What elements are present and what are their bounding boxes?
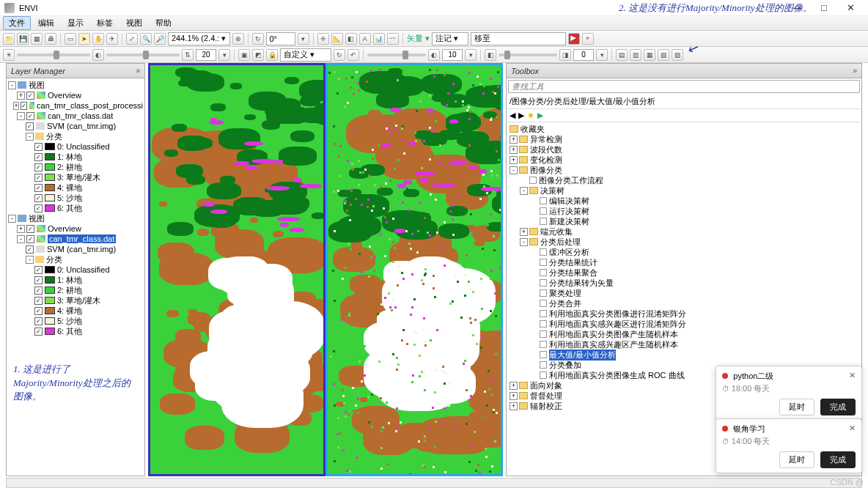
expand-icon[interactable]: +	[520, 228, 528, 236]
toolbox-item[interactable]: 决策树	[540, 185, 564, 196]
toolbox-collapse-icon[interactable]: »	[853, 67, 857, 75]
close-button[interactable]: ✕	[837, 2, 864, 13]
goto-target-icon[interactable]: ⌖	[582, 33, 594, 45]
toolbox-item[interactable]: 督督处理	[530, 391, 562, 402]
tree-label[interactable]: 分类	[46, 131, 62, 142]
view-grid3-icon[interactable]: ▦	[644, 49, 655, 61]
zoom-combo[interactable]: 244.1% (2.4.: ▾	[168, 32, 230, 45]
expand-icon[interactable]: +	[510, 136, 518, 144]
menu-display[interactable]: 显示	[62, 16, 89, 30]
expand-icon[interactable]: -	[8, 215, 16, 223]
expand-icon[interactable]: -	[17, 235, 25, 243]
toolbox-item[interactable]: 分类合并	[549, 298, 581, 309]
contrast-slider[interactable]	[106, 53, 180, 56]
toolbox-item[interactable]: 面向对象	[530, 380, 562, 391]
run-icon[interactable]: ▶	[537, 111, 543, 120]
checkbox[interactable]: ✓	[34, 276, 43, 284]
tree-label[interactable]: 2: 耕地	[57, 162, 82, 173]
expand-icon[interactable]: +	[510, 156, 518, 164]
trans-step-icon[interactable]: ▾	[465, 49, 477, 61]
toolbox-item[interactable]: 聚类处理	[549, 288, 581, 299]
toolbox-item[interactable]: 缓冲区分析	[549, 247, 589, 258]
tree-label[interactable]: 5: 沙地	[57, 193, 82, 204]
toolbox-search-input[interactable]	[508, 80, 860, 93]
vector-dropdown[interactable]: 矢量 ▾	[407, 33, 430, 44]
view-grid4-icon[interactable]: ▧	[658, 49, 669, 61]
expand-icon[interactable]: -	[8, 81, 16, 89]
toolbox-item[interactable]: 收藏夹	[521, 124, 545, 135]
undo-icon[interactable]: ↶	[347, 49, 359, 61]
brightness-slider[interactable]	[17, 53, 90, 56]
expand-icon[interactable]: -	[17, 112, 25, 120]
toolbox-item[interactable]: 利用地面真实分类图像生成 ROC 曲线	[549, 370, 685, 381]
toolbox-item[interactable]: 分类结果转为矢量	[549, 278, 614, 289]
horizontal-scrollbar[interactable]	[6, 478, 862, 488]
checkbox[interactable]: ✓	[34, 194, 43, 202]
reminder-close-button[interactable]: ✕	[849, 424, 856, 433]
rotation-input[interactable]: 0°	[266, 32, 295, 45]
menu-file[interactable]: 文件	[3, 16, 31, 30]
goto-dropdown[interactable]: 移至	[471, 32, 566, 45]
tree-label[interactable]: 2: 耕地	[57, 285, 82, 296]
tree-label[interactable]: 4: 裸地	[57, 182, 82, 193]
toolbox-item[interactable]: 异常检测	[530, 134, 562, 145]
toolbox-item[interactable]: 利用地面真实感兴趣区进行混淆矩阵分	[549, 319, 686, 330]
roi-icon[interactable]: ◧	[345, 33, 357, 45]
toolbox-item[interactable]: 分类叠加	[549, 360, 581, 371]
checkbox[interactable]: ✓	[34, 266, 43, 274]
view-grid5-icon[interactable]: ▨	[672, 49, 683, 61]
checkbox[interactable]: ✓	[34, 307, 43, 315]
tool-fly-icon[interactable]: ✈	[106, 33, 118, 45]
menu-view[interactable]: 视图	[120, 16, 148, 30]
tool-rot-step-icon[interactable]: ▾	[298, 33, 309, 45]
expand-icon[interactable]: +	[510, 146, 518, 154]
expand-icon[interactable]: +	[17, 92, 25, 100]
checkbox[interactable]: ✓	[26, 112, 34, 120]
menu-help[interactable]: 帮助	[150, 16, 177, 30]
custom-dropdown[interactable]: 自定义 ▾	[280, 48, 331, 62]
tree-label[interactable]: 视图	[29, 213, 45, 224]
toolbox-item[interactable]: 波段代数	[530, 144, 562, 155]
menu-label[interactable]: 标签	[91, 16, 119, 30]
panel-collapse-icon[interactable]: »	[136, 67, 140, 75]
expand-icon[interactable]: +	[17, 225, 25, 233]
transparency-slider[interactable]	[367, 53, 426, 56]
sharpen2-icon[interactable]: ◩	[252, 49, 264, 61]
view-grid2-icon[interactable]: ▥	[630, 49, 641, 61]
tree-label[interactable]: SVM (can_tmr.img)	[47, 122, 116, 130]
checkbox[interactable]: ✓	[21, 102, 27, 110]
expand-icon[interactable]: +	[510, 402, 518, 410]
tool-arrow-icon[interactable]: ➤	[78, 33, 90, 45]
nav-back-icon[interactable]: ◀	[510, 111, 515, 120]
swipe-slider[interactable]	[499, 53, 557, 56]
checkbox[interactable]: ✓	[34, 143, 43, 151]
toolbox-item[interactable]: 运行决策树	[549, 206, 589, 217]
expand-icon[interactable]: -	[26, 133, 34, 141]
checkbox[interactable]: ✓	[26, 92, 34, 100]
delay-button[interactable]: 延时	[779, 399, 814, 415]
crosshair-icon[interactable]: ✛	[317, 33, 329, 45]
tree-label[interactable]: Overview	[48, 224, 81, 233]
tool-rotate-icon[interactable]: ↻	[252, 33, 264, 45]
tree-label[interactable]: SVM (can_tmr.img)	[47, 245, 116, 254]
sharpen-icon[interactable]: ▣	[238, 49, 250, 61]
goto-go-icon[interactable]: ⯈	[568, 33, 580, 45]
toolbox-item[interactable]: 新建决策树	[549, 216, 589, 227]
swipe-step-icon[interactable]: ▾	[596, 49, 608, 61]
toolbox-item[interactable]: 端元收集	[540, 226, 573, 237]
tool-select-icon[interactable]: ▭	[65, 33, 76, 45]
tree-label[interactable]: Overview	[48, 91, 81, 100]
checkbox[interactable]: ✓	[34, 163, 43, 171]
checkbox[interactable]: ✓	[34, 286, 43, 295]
lock-icon[interactable]: 🔒	[266, 49, 278, 61]
tree-label[interactable]: 3: 草地/灌木	[57, 172, 100, 183]
checkbox[interactable]: ✓	[34, 328, 43, 336]
measure-icon[interactable]: 📐	[331, 33, 343, 45]
checkbox[interactable]: ✓	[26, 225, 34, 233]
tree-label[interactable]: can_tmr_class.dat	[48, 234, 116, 243]
view-grid1-icon[interactable]: ▤	[616, 49, 628, 61]
expand-icon[interactable]: -	[510, 166, 518, 174]
tree-label[interactable]: can_tmr_class_post_processi	[37, 101, 143, 110]
checkbox[interactable]: ✓	[34, 317, 43, 325]
reminder-close-button[interactable]: ✕	[849, 371, 856, 380]
